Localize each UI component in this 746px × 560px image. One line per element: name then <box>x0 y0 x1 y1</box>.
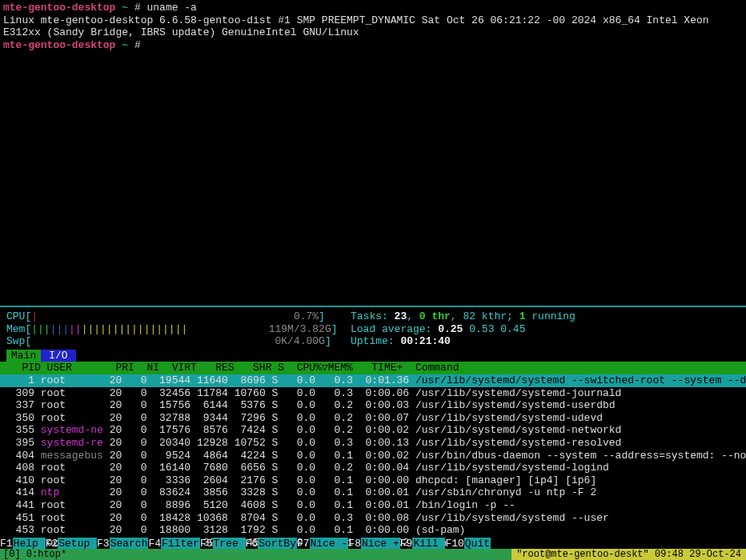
process-row[interactable]: 1 root 20 0 19544 11640 8696 S 0.0 0.3 0… <box>0 374 746 387</box>
process-row[interactable]: 414 ntp 20 0 83624 3856 3328 S 0.0 0.1 0… <box>0 486 746 499</box>
process-row[interactable]: 309 root 20 0 32456 11784 10760 S 0.0 0.… <box>0 387 746 400</box>
load-average: Load average: 0.25 0.53 0.45 <box>351 323 740 336</box>
tasks-summary: Tasks: 23, 0 thr, 82 kthr; 1 running <box>351 310 740 323</box>
prompt-hostname: mte-gentoo-desktop <box>3 39 115 51</box>
mem-meter: Mem[||||||||||||||||||||||||| 119M/3.82G… <box>6 323 351 336</box>
process-row[interactable]: 451 root 20 0 18428 10368 8704 S 0.0 0.3… <box>0 512 746 525</box>
tab-main[interactable]: Main <box>6 350 41 362</box>
uname-output: Linux mte-gentoo-desktop 6.6.58-gentoo-d… <box>3 14 743 39</box>
prompt-hostname: mte-gentoo-desktop <box>3 2 115 14</box>
tmux-status-left: [0] 0:htop* <box>0 549 70 560</box>
process-row[interactable]: 395 systemd-re 20 0 20340 12928 10752 S … <box>0 437 746 450</box>
process-list[interactable]: 1 root 20 0 19544 11640 8696 S 0.0 0.3 0… <box>0 374 746 560</box>
prompt-line-2[interactable]: mte-gentoo-desktop ~ # <box>3 39 743 52</box>
process-row[interactable]: 410 root 20 0 3336 2604 2176 S 0.0 0.1 0… <box>0 474 746 487</box>
terminal-output: mte-gentoo-desktop ~ # uname -a Linux mt… <box>0 0 746 53</box>
htop-pane: CPU[| 0.7%] Mem[||||||||||||||||||||||||… <box>0 306 746 560</box>
process-row[interactable]: 350 root 20 0 32788 9344 7296 S 0.0 0.2 … <box>0 412 746 425</box>
prompt-line-1[interactable]: mte-gentoo-desktop ~ # uname -a <box>3 2 743 14</box>
tmux-status-right: "root@mte-gentoo-deskt" 09:48 29-Oct-24 <box>511 549 746 560</box>
process-row[interactable]: 337 root 20 0 15756 6144 5376 S 0.0 0.2 … <box>0 399 746 412</box>
prompt-cwd: ~ <box>122 2 128 14</box>
process-row[interactable]: 441 root 20 0 8896 5120 4608 S 0.0 0.1 0… <box>0 499 746 512</box>
tmux-status-bar[interactable]: [0] 0:htop* "root@mte-gentoo-deskt" 09:4… <box>0 549 746 560</box>
prompt-cwd: ~ <box>122 39 128 51</box>
process-row[interactable]: 408 root 20 0 16140 7680 6656 S 0.0 0.2 … <box>0 462 746 474</box>
process-row[interactable]: 355 systemd-ne 20 0 17576 8576 7424 S 0.… <box>0 424 746 437</box>
swp-meter: Swp[ 0K/4.00G] <box>6 335 351 348</box>
prompt-symbol: # <box>134 39 141 51</box>
process-row[interactable]: 404 messagebus 20 0 9524 4864 4224 S 0.0… <box>0 450 746 462</box>
prompt-symbol: # <box>134 2 141 14</box>
process-header[interactable]: PID USER PRI NI VIRT RES SHR S CPU%▽MEM%… <box>0 362 746 374</box>
htop-tabs: MainI/O <box>0 350 746 362</box>
cpu-meter: CPU[| 0.7%] <box>6 310 351 323</box>
tab-io[interactable]: I/O <box>41 350 75 362</box>
uptime: Uptime: 00:21:40 <box>351 335 740 348</box>
process-row[interactable]: 453 root 20 0 18800 3128 1792 S 0.0 0.1 … <box>0 524 746 537</box>
htop-meters: CPU[| 0.7%] Mem[||||||||||||||||||||||||… <box>0 307 746 350</box>
command-text: uname -a <box>147 2 197 14</box>
